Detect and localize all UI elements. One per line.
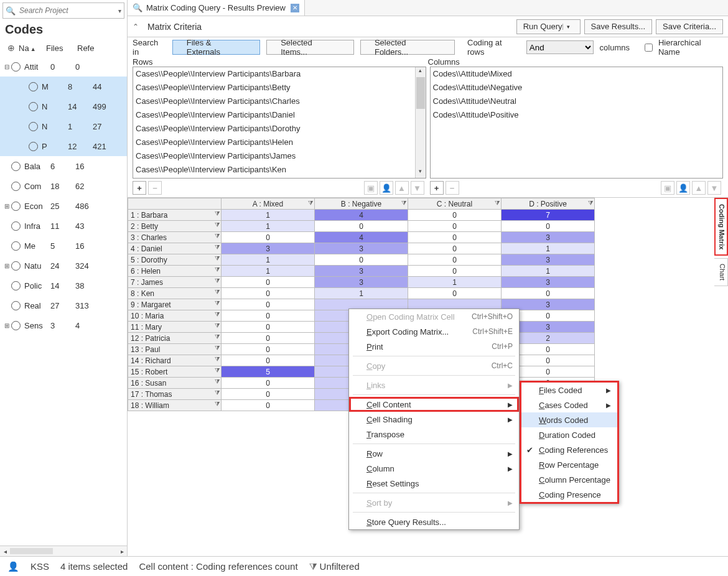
- menu-item[interactable]: Column Percentage: [521, 472, 617, 487]
- matrix-row-header[interactable]: 5 : Dorothy⧩: [128, 254, 222, 266]
- selected-folders-button[interactable]: Selected Folders...: [360, 40, 455, 55]
- tree-child-node[interactable]: P12421: [0, 136, 127, 156]
- close-tab-icon[interactable]: ✕: [291, 4, 299, 12]
- select-row-button[interactable]: ▣: [364, 181, 378, 195]
- remove-row-button[interactable]: −: [148, 181, 162, 195]
- menu-item[interactable]: Export Coding Matrix...Ctrl+Shift+E: [349, 324, 519, 339]
- matrix-cell[interactable]: 4: [315, 232, 408, 243]
- menu-item[interactable]: Coding Presence: [521, 487, 617, 502]
- tree-child-node[interactable]: N14499: [0, 96, 127, 116]
- matrix-cell[interactable]: 0: [502, 288, 595, 299]
- add-row-button[interactable]: +: [133, 181, 146, 195]
- matrix-cell[interactable]: 0: [222, 333, 315, 344]
- selected-items-button[interactable]: Selected Items...: [266, 40, 354, 55]
- matrix-cell[interactable]: 0: [222, 344, 315, 355]
- list-item[interactable]: Codes\\Attitude\Neutral: [431, 95, 723, 108]
- scroll-right-icon[interactable]: ▸: [117, 548, 127, 555]
- matrix-row-header[interactable]: 4 : Daniel⧩: [128, 243, 222, 254]
- matrix-col-header[interactable]: C : Neutral⧩: [408, 198, 502, 210]
- matrix-cell[interactable]: 3: [502, 254, 595, 266]
- list-item[interactable]: Cases\\People\\Interview Participants\Ba…: [133, 67, 415, 81]
- matrix-cell[interactable]: 1: [408, 277, 502, 288]
- tree-node[interactable]: Com1862: [0, 176, 127, 196]
- menu-item[interactable]: PrintCtrl+P: [349, 339, 519, 354]
- files-externals-button[interactable]: Files & Externals: [172, 40, 260, 55]
- matrix-cell[interactable]: 0: [408, 210, 502, 221]
- run-query-button[interactable]: Run Query▾: [516, 19, 581, 34]
- matrix-cell[interactable]: 0: [222, 277, 315, 288]
- matrix-row-header[interactable]: 13 : Paul⧩: [128, 344, 222, 355]
- save-results-button[interactable]: Save Results...: [584, 19, 652, 34]
- move-col-up-button[interactable]: ▲: [692, 181, 706, 195]
- matrix-cell[interactable]: 0: [222, 288, 315, 299]
- list-item[interactable]: Cases\\People\\Interview Participants\Ja…: [133, 149, 415, 163]
- matrix-row-header[interactable]: 17 : Thomas⧩: [128, 389, 222, 400]
- move-col-down-button[interactable]: ▼: [707, 181, 721, 195]
- chevron-down-icon[interactable]: ▾: [118, 7, 121, 14]
- list-item[interactable]: Cases\\People\\Interview Participants\Ke…: [133, 163, 415, 177]
- tree-child-node[interactable]: N127: [0, 116, 127, 136]
- matrix-cell[interactable]: 3: [315, 266, 408, 277]
- list-item[interactable]: Cases\\People\\Interview Participants\Ch…: [133, 95, 415, 108]
- matrix-cell[interactable]: 1: [315, 288, 408, 299]
- matrix-row-header[interactable]: 8 : Ken⧩: [128, 288, 222, 299]
- col-files-header[interactable]: Files: [46, 44, 77, 53]
- menu-item[interactable]: Store Query Results...: [349, 514, 519, 529]
- col-name-header[interactable]: Na▲: [19, 44, 46, 53]
- matrix-cell[interactable]: 1: [222, 210, 315, 221]
- tree-node[interactable]: ⊞Sens34: [0, 315, 127, 335]
- menu-item[interactable]: Row Percentage: [521, 457, 617, 472]
- matrix-cell[interactable]: 1: [502, 243, 595, 254]
- menu-item[interactable]: ✔Coding References: [521, 442, 617, 457]
- matrix-cell[interactable]: 0: [222, 400, 315, 411]
- tree-node[interactable]: ⊞Natu24324: [0, 256, 127, 276]
- matrix-row-header[interactable]: 15 : Robert⧩: [128, 366, 222, 378]
- menu-item[interactable]: Files Coded▶: [521, 383, 617, 397]
- save-criteria-button[interactable]: Save Criteria...: [656, 19, 723, 34]
- tree-node[interactable]: Infra1143: [0, 216, 127, 236]
- matrix-row-header[interactable]: 9 : Margaret⧩: [128, 299, 222, 310]
- list-item[interactable]: Codes\\Attitude\Positive: [431, 108, 723, 122]
- matrix-cell[interactable]: 0: [408, 288, 502, 299]
- matrix-cell[interactable]: 3: [502, 232, 595, 243]
- list-item[interactable]: Cases\\People\\Interview Participants\Da…: [133, 108, 415, 122]
- matrix-context-menu[interactable]: Open Coding Matrix CellCtrl+Shift+OExpor…: [348, 309, 520, 530]
- matrix-row-header[interactable]: 18 : William⧩: [128, 400, 222, 411]
- matrix-row-header[interactable]: 2 : Betty⧩: [128, 221, 222, 232]
- matrix-cell[interactable]: 1: [222, 266, 315, 277]
- menu-item[interactable]: Duration Coded: [521, 427, 617, 442]
- matrix-cell[interactable]: 1: [222, 254, 315, 266]
- matrix-cell[interactable]: 0: [408, 221, 502, 232]
- menu-item[interactable]: Transpose: [349, 427, 519, 442]
- matrix-cell[interactable]: 5: [222, 366, 315, 378]
- menu-item[interactable]: Cell Shading▶: [349, 412, 519, 427]
- matrix-cell[interactable]: 0: [222, 378, 315, 389]
- matrix-cell[interactable]: 0: [408, 243, 502, 254]
- add-code-icon[interactable]: ⊕: [4, 43, 19, 53]
- search-project-input[interactable]: [18, 6, 118, 16]
- matrix-cell[interactable]: 4: [315, 210, 408, 221]
- side-tab-chart[interactable]: Chart: [714, 258, 728, 286]
- side-tab-coding-matrix[interactable]: Coding Matrix: [714, 198, 728, 256]
- matrix-cell[interactable]: 3: [502, 277, 595, 288]
- matrix-col-header[interactable]: D : Positive⧩: [502, 198, 595, 210]
- matrix-row-header[interactable]: 14 : Richard⧩: [128, 355, 222, 366]
- matrix-row-header[interactable]: 16 : Susan⧩: [128, 378, 222, 389]
- matrix-cell[interactable]: 0: [408, 232, 502, 243]
- search-project-box[interactable]: 🔍 ▾: [2, 2, 124, 19]
- collapse-criteria-icon[interactable]: ⌃: [133, 22, 139, 31]
- and-or-select[interactable]: And: [526, 40, 594, 54]
- list-item[interactable]: Codes\\Attitude\Negative: [431, 81, 723, 95]
- matrix-cell[interactable]: 3: [222, 243, 315, 254]
- move-row-up-button[interactable]: ▲: [395, 181, 409, 195]
- tree-child-node[interactable]: M844: [0, 77, 127, 96]
- tree-node[interactable]: ⊞Econ25486: [0, 196, 127, 216]
- tab-matrix-query[interactable]: 🔍 Matrix Coding Query - Results Preview …: [128, 0, 305, 16]
- person-row-button[interactable]: 👤: [380, 181, 393, 195]
- person-col-button[interactable]: 👤: [676, 181, 690, 195]
- matrix-cell[interactable]: 0: [408, 254, 502, 266]
- matrix-cell[interactable]: 0: [408, 266, 502, 277]
- hierarchical-name-checkbox[interactable]: Hierarchical Name: [642, 38, 723, 57]
- tree-node[interactable]: Bala616: [0, 156, 127, 176]
- add-col-button[interactable]: +: [430, 181, 444, 195]
